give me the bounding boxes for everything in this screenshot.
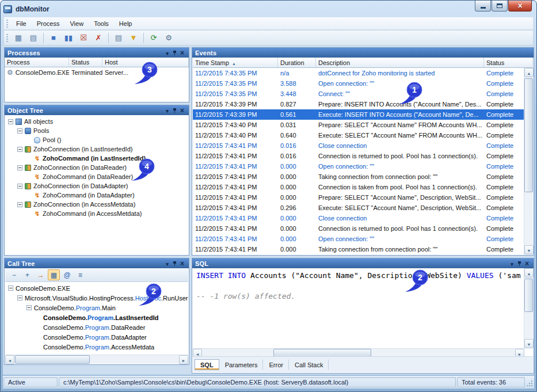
- processes-caption[interactable]: Processes: [5, 48, 189, 58]
- processes-objecttree-splitter[interactable]: [4, 102, 189, 105]
- object-tree-item[interactable]: ZohoConnection (in LastInsertedId): [5, 144, 188, 154]
- close-button[interactable]: [508, 1, 532, 12]
- menu-item-file[interactable]: File: [11, 18, 32, 29]
- object-tree-item[interactable]: ZohoCommand (in DataReader): [5, 172, 188, 181]
- object-tree-item[interactable]: ZohoCommand (in LastInsertedId): [5, 154, 188, 163]
- object-tree-item[interactable]: Pools: [5, 126, 188, 135]
- calltree-jump-to-event-button[interactable]: →: [35, 269, 47, 280]
- resize-grip[interactable]: [525, 377, 534, 387]
- object-tree-item[interactable]: ZohoConnection (in DataAdapter): [5, 181, 188, 191]
- sql-close-button[interactable]: [523, 260, 531, 267]
- collapse-expander-icon[interactable]: [17, 295, 22, 300]
- menu-item-view[interactable]: View: [64, 18, 89, 29]
- call-tree-item[interactable]: ConsoleDemo.Program.DataReader: [5, 322, 188, 332]
- object-tree-item[interactable]: Pool (): [5, 135, 188, 144]
- column-header-status[interactable]: Status: [69, 58, 102, 67]
- event-row[interactable]: 11/2/2015 7:43:41 PM0.000Connection is r…: [193, 223, 524, 234]
- vertical-splitter[interactable]: [189, 47, 192, 372]
- menu-item-help[interactable]: Help: [114, 18, 138, 29]
- events-vertical-scrollbar[interactable]: [524, 68, 533, 254]
- toolbar-options-button[interactable]: ⚙: [162, 32, 176, 44]
- object-tree-item[interactable]: ZohoCommand (in DataAdapter): [5, 191, 188, 200]
- sql-caption[interactable]: SQL: [192, 258, 534, 268]
- event-row[interactable]: 11/2/2015 7:43:41 PM0.016Connection is r…: [193, 151, 524, 161]
- scroll-down-button[interactable]: [524, 245, 534, 254]
- call-tree-caption[interactable]: Call Tree: [5, 258, 189, 268]
- events-sql-splitter[interactable]: [192, 256, 534, 258]
- process-row[interactable]: ConsoleDemo.EXE Terminated Server...: [5, 67, 189, 78]
- scrollbar-thumb[interactable]: [524, 78, 533, 192]
- event-row[interactable]: 11/2/2015 7:43:41 PM0.296Execute: SELECT…: [193, 203, 524, 213]
- collapse-expander-icon[interactable]: [17, 147, 22, 152]
- call-tree-item[interactable]: ConsoleDemo.Program.DataAdapter: [5, 332, 188, 342]
- event-row[interactable]: 11/2/2015 7:43:39 PM0.561Execute: INSERT…: [193, 109, 524, 120]
- sql-code[interactable]: INSERT INTO Accounts ("Account Name", De…: [193, 268, 524, 348]
- toolbar-grip-handle[interactable]: [6, 34, 8, 42]
- toolbar-export-button[interactable]: ▤: [26, 32, 40, 44]
- objecttree-calltree-splitter[interactable]: [4, 256, 189, 258]
- object-tree-collapse-button[interactable]: [163, 106, 171, 114]
- tab-error[interactable]: Error: [263, 359, 288, 370]
- collapse-expander-icon[interactable]: [8, 119, 13, 124]
- sql-collapse-button[interactable]: [508, 260, 516, 267]
- event-row[interactable]: 11/2/2015 7:43:41 PM0.000Prepare: SELECT…: [193, 192, 524, 203]
- calltree-expand-all-button[interactable]: +: [21, 269, 33, 280]
- event-row[interactable]: 11/2/2015 7:43:41 PM0.000Taking connecti…: [193, 244, 524, 254]
- call-tree-item[interactable]: ConsoleDemo.Program.AccessMetdata: [5, 342, 188, 352]
- call-tree-collapse-button[interactable]: [163, 260, 171, 267]
- object-tree-item[interactable]: ZohoConnection (in DataReader): [5, 163, 188, 172]
- toolbar-filter-button[interactable]: ▼: [127, 32, 140, 44]
- collapse-expander-icon[interactable]: [17, 202, 22, 207]
- call-tree-close-button[interactable]: [178, 260, 186, 267]
- events-caption[interactable]: Events: [192, 48, 534, 58]
- column-header-time-stamp[interactable]: Time Stamp: [193, 58, 278, 67]
- calltree-collapse-all-button[interactable]: −: [8, 269, 20, 280]
- event-row[interactable]: 11/2/2015 7:43:40 PM0.031Prepare: SELECT…: [193, 120, 524, 130]
- event-row[interactable]: 11/2/2015 7:43:41 PM0.016Close connectio…: [193, 140, 524, 151]
- menu-item-tools[interactable]: Tools: [89, 18, 114, 29]
- scrollbar-thumb[interactable]: [524, 279, 533, 312]
- event-row[interactable]: 11/2/2015 7:43:35 PMn/adotConnect for Zo…: [193, 68, 524, 78]
- collapse-expander-icon[interactable]: [17, 165, 22, 170]
- scroll-up-button[interactable]: [524, 268, 534, 277]
- scroll-left-button[interactable]: [5, 355, 14, 364]
- toolbar-refresh-button[interactable]: ⟳: [147, 32, 161, 44]
- menu-item-process[interactable]: Process: [32, 18, 65, 29]
- call-tree-horizontal-scrollbar[interactable]: [5, 355, 188, 364]
- event-row[interactable]: 11/2/2015 7:43:41 PM0.000Connection is t…: [193, 182, 524, 192]
- calltree-show-attributes-button[interactable]: @: [61, 269, 73, 280]
- maximize-button[interactable]: [492, 1, 508, 12]
- event-row[interactable]: 11/2/2015 7:43:41 PM0.000Open connection…: [193, 234, 524, 244]
- tab-call-stack[interactable]: Call Stack: [289, 359, 329, 370]
- call-tree-item[interactable]: ConsoleDemo.Program.LastInsertedId: [5, 313, 188, 322]
- calltree-group-mode-button[interactable]: ≡: [74, 269, 86, 280]
- event-row[interactable]: 11/2/2015 7:43:40 PM0.640Execute: SELECT…: [193, 130, 524, 140]
- tab-parameters[interactable]: Parameters: [219, 359, 264, 370]
- toolbar-save-button[interactable]: ▦: [12, 32, 25, 44]
- scroll-right-button[interactable]: [179, 355, 188, 364]
- scroll-down-button[interactable]: [524, 339, 534, 348]
- object-tree-item[interactable]: ZohoCommand (in AccessMetdata): [5, 209, 188, 218]
- event-row[interactable]: 11/2/2015 7:43:41 PM0.000Taking connecti…: [193, 172, 524, 182]
- tab-sql[interactable]: SQL: [195, 359, 219, 370]
- object-tree-caption[interactable]: Object Tree: [5, 105, 189, 115]
- column-header-process[interactable]: Process: [5, 58, 69, 67]
- collapse-expander-icon[interactable]: [17, 184, 22, 189]
- collapse-expander-icon[interactable]: [26, 305, 32, 310]
- object-tree-item[interactable]: ZohoConnection (in AccessMetdata): [5, 200, 188, 209]
- toolbar-clear-events-button[interactable]: ☒: [77, 32, 90, 44]
- object-tree-item[interactable]: All objects: [5, 117, 188, 126]
- sql-vertical-scrollbar[interactable]: [524, 268, 533, 348]
- minimize-button[interactable]: [475, 1, 491, 12]
- column-header-status[interactable]: Status: [484, 58, 533, 67]
- object-tree-pin-button[interactable]: [171, 106, 178, 114]
- processes-close-button[interactable]: [178, 49, 186, 56]
- toolbar-delete-event-button[interactable]: ✗: [92, 32, 105, 44]
- column-header-duration[interactable]: Duration: [278, 58, 316, 67]
- event-row[interactable]: 11/2/2015 7:43:41 PM0.000Close connectio…: [193, 213, 524, 223]
- event-row[interactable]: 11/2/2015 7:43:39 PM0.827Prepare: INSERT…: [193, 99, 524, 109]
- title-bar[interactable]: dbMonitor: [3, 2, 534, 16]
- calltree-highlight-sql-button[interactable]: ▦: [48, 269, 60, 280]
- toolbar-pause-monitoring-button[interactable]: ▮▮: [62, 32, 75, 44]
- collapse-expander-icon[interactable]: [17, 128, 22, 134]
